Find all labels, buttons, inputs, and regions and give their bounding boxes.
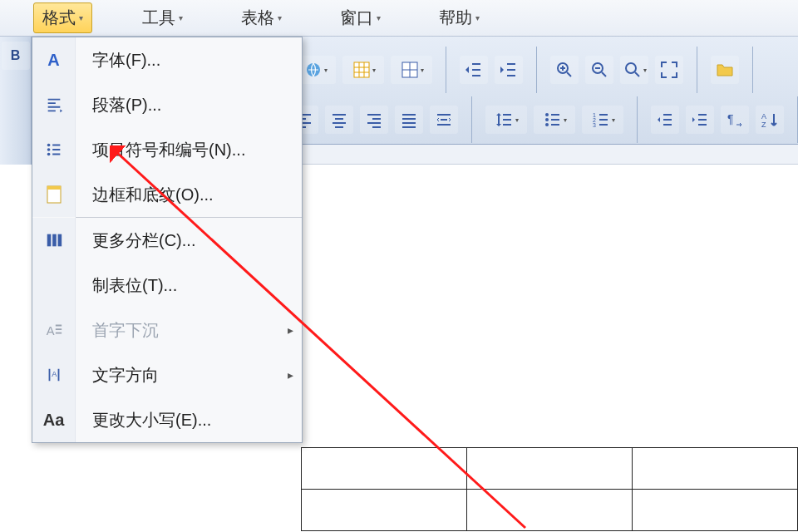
menu-tools[interactable]: 工具▾ xyxy=(134,3,191,32)
list-icon xyxy=(32,127,76,172)
distribute-icon xyxy=(434,110,454,130)
bullets-button[interactable]: ▾ xyxy=(534,106,575,134)
svg-text:3: 3 xyxy=(593,122,596,128)
text-dir-icon: ¶ xyxy=(725,110,745,130)
indent-icon xyxy=(499,60,519,80)
increase-indent-icon xyxy=(690,110,710,130)
svg-text:A: A xyxy=(46,324,54,337)
align-justify-icon xyxy=(399,110,419,130)
chevron-down-icon: ▾ xyxy=(179,13,183,22)
menu-item-label: 制表位(T)... xyxy=(76,274,293,297)
dropcap-icon: A xyxy=(32,308,76,352)
svg-text:Z: Z xyxy=(761,121,766,129)
line-spacing-icon xyxy=(495,110,515,130)
table-cell[interactable] xyxy=(467,490,633,531)
bullet-list-icon xyxy=(543,110,563,130)
justify-button[interactable] xyxy=(395,106,423,134)
indent-button[interactable] xyxy=(495,56,523,84)
text-direction-icon: A xyxy=(32,352,76,397)
menu-bar: 格式▾ 工具▾ 表格▾ 窗口▾ 帮助▾ xyxy=(0,0,798,37)
blank-icon xyxy=(32,263,76,308)
folder-open-button[interactable] xyxy=(711,56,739,84)
menu-table[interactable]: 表格▾ xyxy=(233,3,290,32)
insert-cells-button[interactable]: ▾ xyxy=(391,56,432,84)
menu-table-label: 表格 xyxy=(241,7,274,29)
menu-item-label: 段落(P)... xyxy=(76,94,293,116)
menu-item-changecase[interactable]: Aa 更改大小写(E)... xyxy=(32,397,302,442)
outdent-button[interactable] xyxy=(460,56,488,84)
align-center-button[interactable] xyxy=(325,106,353,134)
menu-item-borders[interactable]: 边框和底纹(O)... xyxy=(32,172,302,217)
svg-text:A: A xyxy=(52,370,57,378)
folder-icon xyxy=(715,60,735,80)
svg-rect-21 xyxy=(52,234,57,247)
table-cell[interactable] xyxy=(633,448,798,490)
align-right-button[interactable] xyxy=(360,106,388,134)
table-cell[interactable] xyxy=(302,490,467,531)
menu-item-font[interactable]: A 字体(F)... xyxy=(32,37,302,82)
menu-item-textdir[interactable]: A 文字方向 ▸ xyxy=(32,352,302,397)
menu-window[interactable]: 窗口▾ xyxy=(332,3,389,32)
numbering-button[interactable]: 123▾ xyxy=(582,106,623,134)
page-border-icon xyxy=(32,172,76,217)
numbered-list-icon: 123 xyxy=(591,110,611,130)
line-spacing-button[interactable]: ▾ xyxy=(485,106,527,134)
menu-item-label: 文字方向 xyxy=(76,364,288,387)
chevron-down-icon: ▾ xyxy=(278,13,282,22)
chevron-down-icon: ▾ xyxy=(377,13,381,22)
link-icon xyxy=(303,60,323,80)
change-case-icon: Aa xyxy=(32,397,76,442)
document-table[interactable] xyxy=(301,447,798,531)
sort-button[interactable]: AZ xyxy=(756,106,784,134)
fullscreen-icon xyxy=(659,60,679,80)
zoom-in-icon xyxy=(554,60,574,80)
menu-window-label: 窗口 xyxy=(340,7,373,29)
menu-item-label: 更改大小写(E)... xyxy=(76,409,293,431)
menu-help-label: 帮助 xyxy=(439,7,472,29)
zoom-button[interactable]: ▾ xyxy=(620,56,648,84)
bold-button[interactable]: B xyxy=(2,42,30,70)
svg-point-5 xyxy=(626,63,636,73)
table-cell[interactable] xyxy=(633,490,798,531)
align-right-icon xyxy=(364,110,384,130)
menu-item-bullets[interactable]: 项目符号和编号(N)... xyxy=(32,127,302,172)
table-cell[interactable] xyxy=(302,448,467,490)
zoom-in-button[interactable] xyxy=(550,56,579,84)
menu-format[interactable]: 格式▾ xyxy=(33,2,92,33)
menu-item-columns[interactable]: 更多分栏(C)... xyxy=(32,218,302,263)
insert-table-button[interactable]: ▾ xyxy=(342,56,384,84)
paragraph-icon xyxy=(32,82,76,127)
menu-help[interactable]: 帮助▾ xyxy=(431,3,488,32)
format-dropdown: A 字体(F)... 段落(P)... 项目符号和编号(N)... 边框和底纹(… xyxy=(32,37,303,443)
align-center-icon xyxy=(329,110,349,130)
svg-point-7 xyxy=(545,118,549,121)
menu-item-label: 项目符号和编号(N)... xyxy=(76,139,293,161)
svg-rect-22 xyxy=(57,234,62,247)
menu-tools-label: 工具 xyxy=(142,7,175,29)
menu-item-label: 首字下沉 xyxy=(76,319,288,342)
increase-indent-button[interactable] xyxy=(686,106,714,134)
table-grid-icon xyxy=(352,60,372,80)
svg-rect-19 xyxy=(47,186,61,190)
font-icon: A xyxy=(32,37,76,82)
outdent-icon xyxy=(464,60,484,80)
submenu-arrow-icon: ▸ xyxy=(288,323,293,337)
zoom-out-button[interactable] xyxy=(585,56,613,84)
svg-point-15 xyxy=(47,144,50,147)
sort-az-icon: AZ xyxy=(760,110,780,130)
fullscreen-button[interactable] xyxy=(655,56,683,84)
magnifier-icon xyxy=(623,60,643,80)
grid-icon xyxy=(400,60,420,80)
svg-point-6 xyxy=(545,113,549,116)
table-cell[interactable] xyxy=(467,448,633,490)
decrease-indent-button[interactable] xyxy=(651,106,679,134)
menu-item-tabs[interactable]: 制表位(T)... xyxy=(32,263,302,308)
distribute-button[interactable] xyxy=(430,106,458,134)
svg-point-16 xyxy=(47,148,50,151)
menu-item-paragraph[interactable]: 段落(P)... xyxy=(32,82,302,127)
submenu-arrow-icon: ▸ xyxy=(288,368,293,382)
svg-point-17 xyxy=(47,153,50,156)
text-direction-button[interactable]: ¶ xyxy=(721,106,749,134)
chevron-down-icon: ▾ xyxy=(79,13,83,22)
menu-item-label: 更多分栏(C)... xyxy=(76,229,293,252)
